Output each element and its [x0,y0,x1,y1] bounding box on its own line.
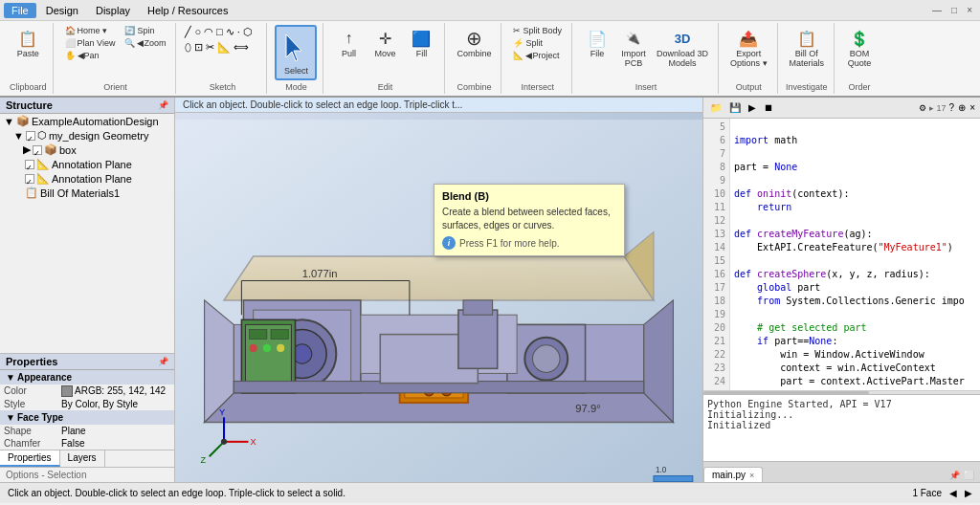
main-layout: Structure 📌 ▼ 📦 ExampleAutomationDesign … [0,98,980,482]
code-tab-close[interactable]: × [749,471,754,480]
face-type-section[interactable]: ▼ Face Type [0,410,174,425]
code-editor-panel: 📁 💾 ▶ ⏹ ⚙ ▸ 17 ? ⊕ × 5 6 7 8 9 10 11 12 … [702,98,980,482]
nav-right[interactable]: ▶ [965,488,972,498]
tree-item-box[interactable]: ▶ 📦 box [0,143,174,157]
tree-item-root[interactable]: ▼ 📦 ExampleAutomationDesign [0,114,174,128]
tab-layers[interactable]: Layers [60,450,105,467]
svg-rect-47 [654,476,693,482]
sketch-arc[interactable]: ◠ [203,25,214,39]
code-dock-controls: 📌 ⬜ [947,469,980,482]
bill-of-materials-button[interactable]: 📋 Bill OfMaterials [786,25,829,71]
code-toolbar-stop[interactable]: ⏹ [761,101,776,114]
code-tab[interactable]: main.py × [703,467,763,482]
sketch-trim[interactable]: ✂ [205,40,215,55]
combine-buttons: ⊕ Combine [453,25,495,80]
sketch-rect[interactable]: □ [215,25,224,39]
bom-quote-label: BOMQuote [848,50,872,69]
viewport-3d[interactable]: 1.077in 97.9° X Y Z 1.0 [175,113,702,482]
project-button[interactable]: 📐 ◀Project [509,50,566,61]
sketch-buttons: ╱ ○ ◠ □ ∿ · ⬡ ⬯ ⊡ ✂ 📐 ⟺ [184,25,260,80]
zoom-button[interactable]: 🔍 ◀Zoom [121,37,169,49]
appearance-section[interactable]: ▼ Appearance [0,370,174,384]
structure-panel-header: Structure 📌 [0,98,174,114]
file-button[interactable]: 📄 File [580,25,614,61]
split-body-button[interactable]: ✂ Split Body [509,25,566,36]
code-content[interactable]: import math part = None def oninit(conte… [730,119,980,390]
ribbon-group-investigate: 📋 Bill OfMaterials Investigate [780,23,835,94]
ribbon-group-output: 📤 ExportOptions ▾ Output [721,23,778,94]
pull-button[interactable]: ↑ Pull [331,25,366,61]
code-toolbar-expand[interactable]: ⊕ [957,101,967,114]
import-pcb-button[interactable]: 🔌 ImportPCB [616,25,651,71]
tree-item-bom[interactable]: 📋 Bill Of Materials1 [0,186,174,200]
split-button[interactable]: ⚡ Split [509,37,566,49]
h-scrollbar-thumb[interactable] [703,391,869,394]
tree-item-annot1[interactable]: 📐 Annotation Plane [0,157,174,171]
move-button[interactable]: ✛ Move [368,25,402,61]
select-button[interactable]: Select [275,25,317,80]
plan-view-button[interactable]: ⬜ Plan View [61,37,120,49]
move-icon: ✛ [373,27,396,50]
ln-11: 11 [703,201,729,214]
spin-label: Spin [137,26,154,35]
menu-help[interactable]: Help / Resources [140,3,235,18]
code-toolbar-btn1[interactable]: 📁 [707,101,724,114]
code-toolbar-settings[interactable]: ⚙ [918,102,927,114]
edit-label: Edit [378,80,393,92]
ln-24: 24 [703,375,729,388]
sketch-line[interactable]: ╱ [184,25,192,39]
window-close[interactable]: × [963,3,976,17]
menu-file[interactable]: File [4,3,36,18]
sketch-circle[interactable]: ○ [193,25,202,39]
paste-button[interactable]: 📋 Paste [11,25,45,61]
expand-icon-root: ▼ [4,116,14,127]
code-dock-pin[interactable]: 📌 [947,469,962,482]
import-pcb-icon: 🔌 [622,27,645,50]
code-toolbar-close[interactable]: × [969,101,976,114]
spin-button[interactable]: 🔄 Spin [121,25,169,36]
tree-label-bom: Bill Of Materials1 [40,187,120,199]
ln-15: 15 [703,254,729,268]
code-toolbar-btn2[interactable]: 💾 [726,101,744,114]
ln-8: 8 [703,161,729,174]
tree-icon-root: 📦 [16,115,30,127]
code-toolbar-help[interactable]: ? [948,101,956,114]
sketch-point[interactable]: · [236,25,241,39]
combine-button[interactable]: ⊕ Combine [453,25,495,61]
sketch-offset[interactable]: ⊡ [193,40,204,55]
center-viewport[interactable]: Click an object. Double-click to select … [175,98,702,482]
ln-23: 23 [703,362,729,375]
sketch-ellipse[interactable]: ⬯ [184,40,192,55]
home-button[interactable]: 🏠 Home ▾ [61,25,120,36]
check-annot1[interactable] [25,160,34,169]
code-toolbar-run[interactable]: ▶ [746,101,759,114]
check-geometry[interactable] [26,131,35,141]
check-annot2[interactable] [25,174,34,184]
properties-pin[interactable]: 📌 [158,357,168,366]
nav-left[interactable]: ◀ [949,488,957,498]
tree-icon-geo: ⬡ [37,129,47,142]
window-minimize[interactable]: — [928,3,946,17]
h-scrollbar[interactable] [703,390,980,394]
menu-design[interactable]: Design [38,3,86,18]
menu-display[interactable]: Display [88,3,138,18]
pan-button[interactable]: ✋ ◀Pan [61,50,120,61]
export-options-button[interactable]: 📤 ExportOptions ▾ [726,25,771,71]
code-dock-float[interactable]: ⬜ [962,469,976,482]
tree-item-geometry[interactable]: ▼ ⬡ my_design Geometry [0,128,174,143]
pan-label: ◀Pan [78,51,100,60]
sketch-spline[interactable]: ∿ [225,25,235,39]
sketch-project2[interactable]: 📐 [216,40,232,55]
check-box[interactable] [33,145,42,155]
fill-button[interactable]: 🟦 Fill [404,25,438,61]
sketch-polygon[interactable]: ⬡ [242,25,254,39]
download-3d-label: Download 3DModels [657,50,708,69]
tree-item-annot2[interactable]: 📐 Annotation Plane [0,171,174,186]
tree-icon-bom: 📋 [25,187,38,199]
tab-properties[interactable]: Properties [0,450,60,467]
structure-panel-pin[interactable]: 📌 [158,100,168,110]
sketch-dimension[interactable]: ⟺ [233,40,250,55]
download-3d-button[interactable]: 3D Download 3DModels [653,25,712,71]
bom-quote-button[interactable]: 💲 BOMQuote [842,25,877,71]
window-restore[interactable]: □ [947,3,961,17]
